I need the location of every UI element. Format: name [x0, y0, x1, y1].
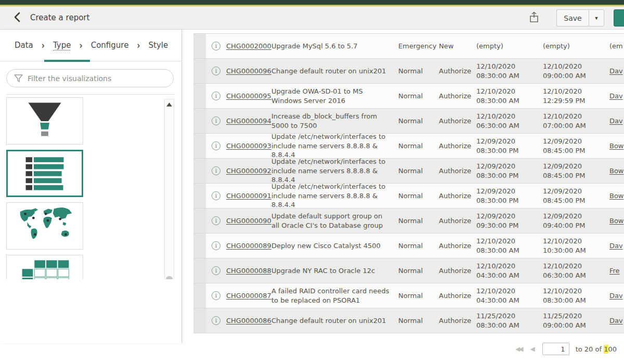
assignee-link[interactable]: Bow — [609, 142, 624, 150]
table-row[interactable]: i CHG0000093 Update /etc/network/interfa… — [193, 134, 624, 159]
previous-page-button[interactable]: ◀ — [529, 345, 536, 353]
info-icon[interactable]: i — [212, 191, 220, 200]
assignee-link[interactable]: Dav — [609, 67, 623, 75]
wizard-step-configure[interactable]: Configure — [91, 41, 129, 50]
assignee-link[interactable]: Bow — [609, 167, 624, 175]
visualization-scrollbar[interactable] — [164, 99, 174, 279]
assignee-link[interactable]: Dav — [609, 317, 623, 324]
assignee-cell: Dav — [609, 241, 624, 251]
table-row[interactable]: i CHG0000089 Deploy new Cisco Catalyst 4… — [193, 233, 624, 258]
assignee-link[interactable]: Dav — [609, 292, 623, 300]
back-chevron-button[interactable] — [11, 11, 24, 24]
change-number-link[interactable]: CHG0000088 — [226, 267, 271, 275]
planned-start-cell: 12/10/2020 04:30:00 AM — [476, 262, 543, 280]
change-number-link[interactable]: CHG0000092 — [226, 167, 271, 175]
row-gutter — [193, 184, 206, 208]
bar-list-icon — [8, 150, 82, 197]
row-gutter — [193, 109, 206, 133]
viz-card-heatmap[interactable] — [6, 255, 83, 279]
priority-cell: Normal — [398, 166, 439, 176]
chevron-right-icon: › — [79, 39, 82, 51]
change-number-link[interactable]: CHG0000087 — [226, 292, 271, 300]
info-icon[interactable]: i — [212, 92, 220, 100]
scrollbar-thumb[interactable] — [166, 276, 173, 279]
state-cell: Authorize — [439, 291, 476, 301]
info-icon[interactable]: i — [212, 166, 220, 175]
share-button[interactable] — [526, 10, 542, 26]
assignee-link[interactable]: Bow — [609, 217, 624, 225]
state-cell: Authorize — [439, 67, 476, 76]
info-icon[interactable]: i — [212, 141, 220, 150]
viz-card-world-map[interactable] — [6, 202, 83, 250]
planned-end-cell: 12/10/2020 10:30:00 AM — [543, 237, 609, 255]
info-icon[interactable]: i — [212, 316, 220, 325]
change-number-link[interactable]: CHG0000095 — [226, 92, 271, 100]
assignee-link[interactable]: Bow — [609, 192, 624, 200]
change-number-link[interactable]: CHG0002000 — [226, 42, 271, 50]
assignee-link[interactable]: Dav — [609, 92, 623, 100]
change-number-cell: CHG0000091 — [226, 191, 271, 201]
run-report-button-partial[interactable] — [614, 9, 624, 27]
viz-card-bar-list[interactable] — [6, 150, 83, 197]
planned-start-cell: 12/09/2020 08:30:00 PM — [476, 187, 543, 205]
assignee-link[interactable]: Dav — [609, 117, 623, 125]
info-icon[interactable]: i — [212, 67, 220, 75]
planned-start-cell: 12/10/2020 08:30:00 AM — [476, 237, 543, 255]
change-number-link[interactable]: CHG0000089 — [226, 242, 271, 250]
page-number-input[interactable] — [542, 343, 569, 355]
filter-visualizations-input[interactable] — [6, 69, 174, 87]
assignee-link[interactable]: (em — [609, 42, 623, 50]
first-page-button[interactable]: ◀◀ — [514, 345, 523, 353]
state-cell: Authorize — [439, 266, 476, 276]
assignee-link[interactable]: Fre — [609, 267, 620, 275]
info-cell: i — [206, 42, 226, 50]
change-number-cell: CHG0000087 — [226, 291, 271, 301]
double-arrow-left-icon: ◀◀ — [515, 345, 522, 353]
save-split-button: Save ▼ — [556, 9, 604, 27]
report-wizard-sidebar: Data › Type › Configure › Style — [0, 30, 182, 343]
info-cell: i — [206, 266, 226, 275]
table-row[interactable]: i CHG0000092 Update /etc/network/interfa… — [193, 159, 624, 184]
save-button[interactable]: Save — [556, 9, 589, 27]
table-row[interactable]: i CHG0000091 Update /etc/network/interfa… — [193, 184, 624, 209]
priority-cell: Emergency — [398, 42, 439, 51]
info-cell: i — [206, 141, 226, 150]
info-icon[interactable]: i — [212, 291, 220, 300]
assignee-cell: Bow — [609, 141, 624, 151]
info-icon[interactable]: i — [212, 241, 220, 250]
planned-start-cell: 12/09/2020 08:30:00 PM — [476, 162, 543, 180]
wizard-step-data[interactable]: Data — [15, 41, 33, 50]
wizard-step-type[interactable]: Type — [53, 41, 71, 50]
table-row[interactable]: i CHG0000095 Upgrade OWA-SD-01 to MS Win… — [193, 84, 624, 109]
table-row[interactable]: i CHG0000088 Upgrade NY RAC to Oracle 12… — [193, 258, 624, 283]
table-row[interactable]: i CHG0000086 Change default router on un… — [193, 308, 624, 333]
share-export-icon — [529, 11, 539, 23]
change-number-link[interactable]: CHG0000096 — [226, 67, 271, 75]
table-row[interactable]: i CHG0000094 Increase db_block_buffers f… — [193, 109, 624, 134]
info-icon[interactable]: i — [212, 216, 220, 225]
viz-card-funnel[interactable] — [6, 97, 83, 145]
priority-cell: Normal — [398, 191, 439, 201]
assignee-link[interactable]: Dav — [609, 242, 623, 250]
state-cell: Authorize — [439, 316, 476, 326]
change-number-link[interactable]: CHG0000090 — [226, 217, 271, 225]
info-icon[interactable]: i — [212, 116, 220, 125]
change-number-link[interactable]: CHG0000091 — [226, 192, 271, 200]
table-row[interactable]: i CHG0000087 A failed RAID controller ca… — [193, 283, 624, 308]
change-number-link[interactable]: CHG0000094 — [226, 117, 271, 125]
scroll-up-icon[interactable] — [166, 102, 172, 107]
info-cell: i — [206, 316, 226, 325]
info-icon[interactable]: i — [212, 266, 220, 275]
short-description-cell: Increase db_block_buffers from 5000 to 7… — [271, 112, 398, 130]
info-icon[interactable]: i — [212, 42, 220, 50]
table-row[interactable]: i CHG0000096 Change default router on un… — [193, 59, 624, 84]
save-dropdown-button[interactable]: ▼ — [589, 9, 604, 27]
change-number-link[interactable]: CHG0000086 — [226, 317, 271, 324]
state-cell: New — [439, 42, 476, 51]
change-number-link[interactable]: CHG0000093 — [226, 142, 271, 150]
table-row[interactable]: i CHG0002000 Upgrade MySql 5.6 to 5.7 Em… — [193, 34, 624, 59]
table-row[interactable]: i CHG0000090 Update default support grou… — [193, 209, 624, 233]
info-cell: i — [206, 241, 226, 250]
active-step-underline — [44, 60, 90, 62]
wizard-step-style[interactable]: Style — [149, 41, 168, 50]
